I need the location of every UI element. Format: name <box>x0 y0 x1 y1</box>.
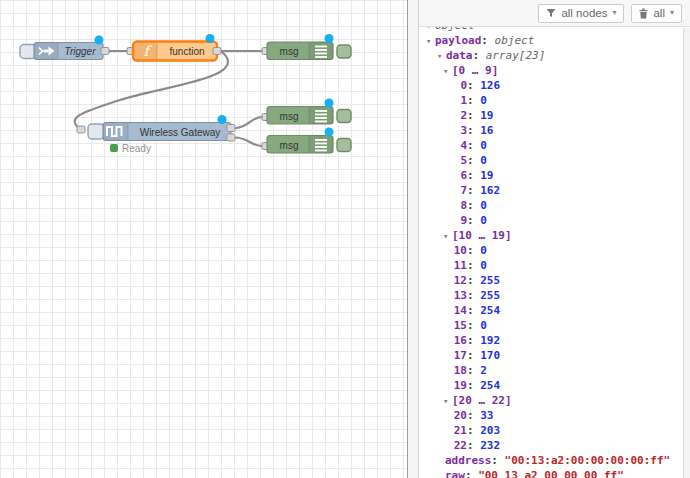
debug-value: 0 <box>480 214 487 227</box>
debug-row: ▾payload: object <box>425 33 690 48</box>
debug-row: 22: 232 <box>425 438 690 453</box>
debug-value: "00:13:a2:00:00:00:00:ff" <box>505 454 671 467</box>
debug-object-key: raw <box>445 469 465 478</box>
funnel-icon <box>546 8 556 18</box>
collapse-toggle-icon[interactable]: ▾ <box>426 34 435 49</box>
debug-row: address: "00:13:a2:00:00:00:00:ff" <box>425 453 690 468</box>
debug-key-separator: : <box>467 424 480 437</box>
changed-dot <box>325 99 334 108</box>
debug-index-key: 20 <box>451 408 467 423</box>
node-trigger[interactable]: Trigger <box>20 36 109 60</box>
gateway-button[interactable] <box>88 124 104 139</box>
collapse-toggle-icon[interactable]: ▾ <box>437 49 446 64</box>
debug-row: 17: 170 <box>425 348 690 363</box>
debug-row: 13: 255 <box>425 288 690 303</box>
gateway-output-port-2[interactable] <box>227 134 235 141</box>
changed-dot <box>218 115 227 124</box>
wire-function-gateway[interactable] <box>75 51 228 129</box>
debug-index-key: 18 <box>451 363 467 378</box>
gateway-label: Wireless Gateway <box>140 127 221 138</box>
debug-key-separator: : <box>467 274 480 287</box>
debug-value: 232 <box>480 439 500 452</box>
debug-value: object <box>435 27 475 32</box>
debug-value: array[23] <box>486 49 546 62</box>
debug-filter-button[interactable]: all nodes ▾ <box>538 4 624 23</box>
changed-dot <box>206 34 215 43</box>
trigger-output-port[interactable] <box>101 48 109 55</box>
debug-value: 192 <box>480 334 500 347</box>
collapse-toggle-icon[interactable]: ▾ <box>443 64 452 79</box>
debug-object-key: [0 … 9] <box>452 64 498 77</box>
debug-value: 162 <box>480 184 500 197</box>
debug-clear-label: all <box>653 7 665 19</box>
debug-row: 15: 0 <box>425 318 690 333</box>
debug-value: 19 <box>480 109 493 122</box>
chevron-down-icon: ▾ <box>670 9 674 17</box>
wire-gateway-debug3[interactable] <box>235 138 262 147</box>
node-function[interactable]: f function <box>127 34 221 61</box>
chevron-down-icon: ▾ <box>612 9 616 17</box>
debug-value: 203 <box>480 424 500 437</box>
gateway-output-port-1[interactable] <box>227 125 235 132</box>
node-debug-2[interactable]: msg <box>262 99 351 125</box>
debug-key-separator: : <box>467 199 480 212</box>
debug-message-panel[interactable]: ▾object▾payload: object▾data: array[23]▾… <box>419 27 690 478</box>
debug-row: 5: 0 <box>425 153 690 168</box>
debug-value: "00 13 a2 00 00 00 ff" <box>478 469 624 478</box>
sidebar-resize-handle[interactable] <box>408 0 419 478</box>
debug-index-key: 4 <box>451 138 467 153</box>
debug-object-key: address <box>445 454 491 467</box>
debug-key-separator: : <box>467 184 480 197</box>
debug-value: 2 <box>480 364 487 377</box>
flow-canvas[interactable]: Trigger f function <box>0 0 408 478</box>
debug-row: 14: 254 <box>425 303 690 318</box>
changed-dot <box>325 34 334 43</box>
debug-filter-label: all nodes <box>561 7 607 19</box>
collapse-toggle-icon[interactable]: ▾ <box>443 229 452 244</box>
debug-value: 0 <box>480 139 487 152</box>
collapse-toggle-icon[interactable]: ▾ <box>443 394 452 409</box>
debug-value: 0 <box>480 94 487 107</box>
debug-row: 16: 192 <box>425 333 690 348</box>
debug-row: 21: 203 <box>425 423 690 438</box>
debug-index-key: 14 <box>451 303 467 318</box>
wire-gateway-debug2[interactable] <box>235 117 262 128</box>
debug-row: 8: 0 <box>425 198 690 213</box>
debug-key-separator: : <box>467 439 480 452</box>
node-debug-1[interactable]: msg <box>262 34 351 60</box>
debug-object-key: payload <box>435 34 481 47</box>
debug-value: 33 <box>480 409 493 422</box>
debug-row: 9: 0 <box>425 213 690 228</box>
debug3-toggle-button[interactable] <box>337 139 351 152</box>
debug1-toggle-button[interactable] <box>337 45 351 58</box>
debug-value: 254 <box>480 379 500 392</box>
debug2-toggle-button[interactable] <box>337 110 351 123</box>
debug-row: ▾[20 … 22] <box>425 393 690 408</box>
debug-key-separator: : <box>467 124 480 137</box>
debug-row: ▾[10 … 19] <box>425 228 690 243</box>
debug-index-key: 6 <box>451 168 467 183</box>
flow-svg: Trigger f function <box>0 0 408 478</box>
debug-scrollbar[interactable] <box>683 28 690 478</box>
debug-object-key: [10 … 19] <box>452 229 512 242</box>
function-label: function <box>169 46 204 57</box>
debug-row: 10: 0 <box>425 243 690 258</box>
debug-index-key: 22 <box>451 438 467 453</box>
debug-key-separator: : <box>467 289 480 302</box>
debug-index-key: 15 <box>451 318 467 333</box>
debug-index-key: 1 <box>451 93 467 108</box>
debug-key-separator: : <box>467 139 480 152</box>
debug-index-key: 10 <box>451 243 467 258</box>
node-debug-3[interactable]: msg <box>262 128 351 154</box>
changed-dot <box>325 128 334 137</box>
debug-index-key: 2 <box>451 108 467 123</box>
debug-clear-button[interactable]: all ▾ <box>631 4 682 23</box>
debug-row: ▾data: array[23] <box>425 48 690 63</box>
debug-row: raw: "00 13 a2 00 00 00 ff" <box>425 468 690 478</box>
debug-value: 16 <box>480 124 493 137</box>
gateway-input-port[interactable] <box>77 126 85 133</box>
debug-toolbar: all nodes ▾ all ▾ <box>419 0 690 27</box>
trash-icon <box>639 8 648 19</box>
function-output-port[interactable] <box>213 48 221 55</box>
node-wireless-gateway[interactable]: Wireless Gateway Ready <box>77 115 235 154</box>
